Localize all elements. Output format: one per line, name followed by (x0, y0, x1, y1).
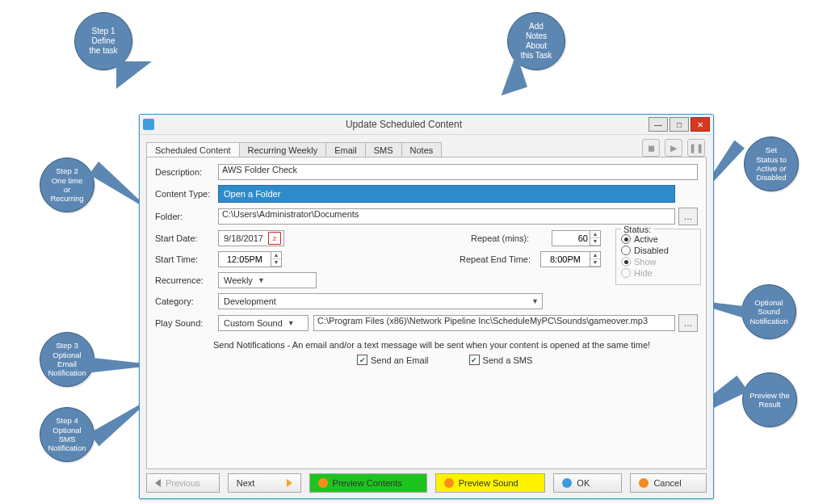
chevron-down-icon: ▼ (288, 319, 295, 327)
play-icon[interactable]: ▶ (665, 139, 682, 157)
label-folder: Folder: (155, 212, 218, 221)
play-sound-mode-value: Custom Sound (224, 318, 283, 328)
browse-folder-button[interactable]: … (678, 208, 698, 225)
spin-up-icon[interactable]: ▲ (271, 252, 281, 259)
tabs: Scheduled Content Recurring Weekly Email… (146, 142, 441, 158)
callout-step4: Step 4 Optional SMS Notification (40, 407, 94, 462)
checkbox-icon: ✔ (469, 355, 480, 365)
category-select[interactable]: Development▼ (218, 293, 543, 309)
app-icon (143, 119, 154, 130)
start-time-input[interactable]: ▲▼ (218, 251, 282, 267)
pause-icon[interactable]: ❚❚ (687, 139, 705, 157)
label-repeat-mins: Repeat (mins): (471, 233, 552, 243)
callout-step2: Step 2 One time or Recurring (40, 158, 94, 212)
previous-button[interactable]: Previous (146, 473, 220, 493)
dialog-window: Update Scheduled Content — □ ✕ ◼ ▶ ❚❚ Sc… (139, 114, 714, 499)
repeat-end-input[interactable]: ▲▼ (540, 251, 601, 267)
checkbox-icon: ✔ (357, 355, 367, 365)
spin-up-icon[interactable]: ▲ (590, 252, 600, 259)
next-icon (287, 479, 292, 487)
spin-up-icon[interactable]: ▲ (590, 231, 600, 238)
previous-icon (155, 479, 161, 487)
maximize-button[interactable]: □ (670, 117, 689, 132)
callout-set-status: Set Status to Active or Disabled (744, 136, 799, 191)
preview-contents-button[interactable]: Preview Contents (309, 473, 427, 493)
folder-input[interactable]: C:\Users\Administrator\Documents (218, 208, 675, 225)
tab-recurring-weekly[interactable]: Recurring Weekly (239, 142, 327, 158)
recurrence-select[interactable]: Weekly▼ (218, 272, 317, 288)
next-button[interactable]: Next (228, 473, 301, 493)
calendar-icon[interactable] (268, 232, 281, 245)
label-category: Category: (155, 296, 218, 306)
close-button[interactable]: ✕ (691, 117, 710, 132)
preview-contents-label: Preview Contents (333, 478, 402, 488)
status-active-label: Active (634, 234, 658, 244)
tab-notes[interactable]: Notes (401, 142, 443, 158)
repeat-mins-value[interactable] (552, 231, 590, 246)
radio-icon (621, 234, 631, 244)
preview-sound-label: Preview Sound (459, 478, 518, 488)
callout-tail (116, 61, 152, 89)
cancel-button[interactable]: Cancel (630, 473, 707, 493)
recurrence-value: Weekly (224, 275, 253, 285)
chevron-down-icon: ▼ (531, 297, 539, 305)
status-group: Status: Active Disabled Show Hide (615, 229, 701, 285)
tab-panel: Description: AWS Folder Check Content Ty… (146, 157, 707, 469)
tab-email[interactable]: Email (325, 142, 366, 158)
send-sms-label: Send a SMS (483, 355, 533, 365)
radio-icon (621, 257, 631, 267)
spin-down-icon[interactable]: ▼ (271, 259, 281, 267)
spin-down-icon[interactable]: ▼ (590, 238, 600, 246)
status-active-radio[interactable]: Active (621, 234, 695, 244)
label-play-sound: Play Sound: (155, 318, 218, 328)
status-show-label: Show (634, 257, 657, 267)
send-sms-checkbox[interactable]: ✔ Send a SMS (469, 355, 533, 365)
tab-scheduled-content[interactable]: Scheduled Content (146, 142, 240, 158)
content-type-select[interactable]: Open a Folder (218, 185, 675, 203)
notification-hint: Send Notifications - An email and/or a t… (213, 340, 698, 350)
footer: Previous Next Preview Contents Preview S… (146, 472, 707, 494)
repeat-mins-input[interactable]: ▲▼ (552, 230, 601, 246)
spin-down-icon[interactable]: ▼ (590, 259, 600, 267)
send-email-label: Send an Email (371, 355, 429, 365)
ok-icon (562, 478, 572, 488)
label-start-time: Start Time: (155, 254, 218, 264)
cancel-label: Cancel (653, 478, 681, 488)
status-show-radio: Show (621, 257, 695, 267)
status-disabled-label: Disabled (634, 246, 669, 255)
previous-label: Previous (166, 478, 200, 488)
browse-sound-button[interactable]: … (678, 314, 698, 332)
label-description: Description: (155, 167, 218, 177)
magnifier-icon (444, 478, 454, 488)
ok-button[interactable]: OK (553, 473, 622, 493)
description-input[interactable]: AWS Folder Check (218, 164, 698, 180)
start-date-value: 9/18/2017 (224, 233, 263, 243)
send-email-checkbox[interactable]: ✔ Send an Email (357, 355, 429, 365)
label-status: Status: (621, 225, 653, 234)
status-hide-label: Hide (634, 268, 653, 278)
tab-sms[interactable]: SMS (365, 142, 402, 158)
status-disabled-radio[interactable]: Disabled (621, 246, 695, 255)
callout-preview: Preview the Result (742, 372, 797, 427)
titlebar[interactable]: Update Scheduled Content — □ ✕ (140, 115, 713, 135)
magnifier-icon (318, 478, 328, 488)
content-type-value: Open a Folder (224, 189, 280, 199)
chevron-down-icon: ▼ (258, 276, 265, 284)
sound-path-input[interactable]: C:\Program Files (x86)\Network Pipeline … (313, 315, 675, 331)
minimize-button[interactable]: — (649, 117, 668, 132)
start-date-input[interactable]: 9/18/2017 (218, 230, 284, 246)
label-repeat-end: Repeat End Time: (460, 254, 540, 264)
window-title: Update Scheduled Content (159, 119, 649, 130)
cancel-icon (639, 478, 649, 488)
label-start-date: Start Date: (155, 233, 218, 243)
status-hide-radio: Hide (621, 268, 695, 278)
preview-sound-button[interactable]: Preview Sound (435, 473, 546, 493)
start-time-value[interactable] (219, 252, 271, 267)
label-content-type: Content Type: (155, 189, 218, 199)
repeat-end-value[interactable] (541, 252, 590, 267)
category-value: Development (224, 296, 527, 306)
radio-icon (621, 246, 631, 255)
label-recurrence: Recurrence: (155, 275, 218, 285)
stop-icon[interactable]: ◼ (642, 139, 660, 157)
play-sound-select[interactable]: Custom Sound▼ (218, 315, 309, 331)
